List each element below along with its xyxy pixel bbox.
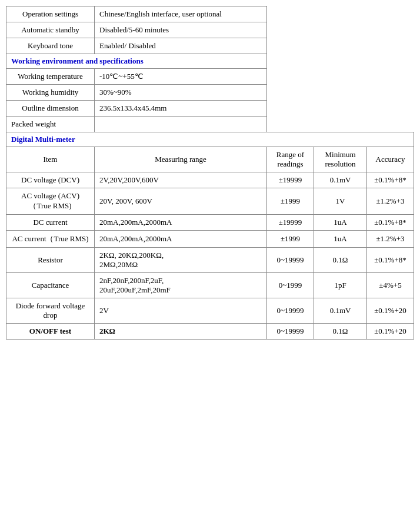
col-header-range: Measuring range bbox=[95, 147, 267, 172]
section-header-row: Digital Multi-meter bbox=[6, 132, 414, 147]
table-row: Keyboard tone Enabled/ Disabled bbox=[6, 38, 414, 54]
label-outline-dimension: Outline dimension bbox=[6, 101, 95, 117]
table-row: Packed weight bbox=[6, 117, 414, 132]
range-dc-current: 20mA,200mA,2000mA bbox=[95, 215, 267, 231]
value-working-humidity: 30%~90% bbox=[95, 85, 267, 101]
range-ac-current: 20mA,200mA,2000mA bbox=[95, 231, 267, 248]
section-header-row: Working environment and specifications bbox=[6, 54, 414, 69]
readings-diode: 0~19999 bbox=[267, 298, 314, 324]
col-header-readings: Range of readings bbox=[267, 147, 314, 172]
range-capacitance: 2nF,20nF,200nF,2uF, 20uF,200uF,2mF,20mF bbox=[95, 273, 267, 298]
col-header-row: Item Measuring range Range of readings M… bbox=[6, 147, 414, 172]
minres-dc-current: 1uA bbox=[314, 215, 367, 231]
minres-dc-voltage: 0.1mV bbox=[314, 172, 367, 188]
value-operation-settings: Chinese/English interface, user optional bbox=[95, 6, 267, 22]
readings-dc-voltage: ±19999 bbox=[267, 172, 314, 188]
readings-onoff: 0~19999 bbox=[267, 324, 314, 340]
item-resistor: Resistor bbox=[6, 248, 95, 273]
col-header-accuracy: Accuracy bbox=[367, 147, 414, 172]
value-automatic-standby: Disabled/5-60 minutes bbox=[95, 22, 267, 38]
page: Operation settings Chinese/English inter… bbox=[0, 0, 420, 345]
minres-ac-current: 1uA bbox=[314, 231, 367, 248]
item-dc-current: DC current bbox=[6, 215, 95, 231]
range-dc-voltage: 2V,20V,200V,600V bbox=[95, 172, 267, 188]
item-ac-current: AC current（True RMS) bbox=[6, 231, 95, 248]
readings-resistor: 0~19999 bbox=[267, 248, 314, 273]
range-ac-voltage: 20V, 200V, 600V bbox=[95, 188, 267, 215]
table-row: Diode forward voltage drop 2V 0~19999 0.… bbox=[6, 298, 414, 324]
range-diode: 2V bbox=[95, 298, 267, 324]
table-row: Operation settings Chinese/English inter… bbox=[6, 6, 414, 22]
working-env-header: Working environment and specifications bbox=[6, 54, 267, 69]
minres-diode: 0.1mV bbox=[314, 298, 367, 324]
table-row: Working humidity 30%~90% bbox=[6, 85, 414, 101]
table-row: DC current 20mA,200mA,2000mA ±19999 1uA … bbox=[6, 215, 414, 231]
readings-ac-current: ±1999 bbox=[267, 231, 314, 248]
item-capacitance: Capacitance bbox=[6, 273, 95, 298]
multimeter-header: Digital Multi-meter bbox=[6, 132, 414, 147]
label-keyboard-tone: Keyboard tone bbox=[6, 38, 95, 54]
readings-dc-current: ±19999 bbox=[267, 215, 314, 231]
label-working-humidity: Working humidity bbox=[6, 85, 95, 101]
range-onoff: 2KΩ bbox=[95, 324, 267, 340]
table-row: Automatic standby Disabled/5-60 minutes bbox=[6, 22, 414, 38]
table-row: AC voltage (ACV) （True RMS) 20V, 200V, 6… bbox=[6, 188, 414, 215]
main-table: Operation settings Chinese/English inter… bbox=[6, 6, 414, 340]
value-outline-dimension: 236.5x133.4x45.4mm bbox=[95, 101, 267, 117]
readings-capacitance: 0~1999 bbox=[267, 273, 314, 298]
table-row: ON/OFF test 2KΩ 0~19999 0.1Ω ±0.1%+20 bbox=[6, 324, 414, 340]
accuracy-dc-current: ±0.1%+8* bbox=[367, 215, 414, 231]
accuracy-ac-voltage: ±1.2%+3 bbox=[367, 188, 414, 215]
accuracy-capacitance: ±4%+5 bbox=[367, 273, 414, 298]
table-row: DC voltage (DCV) 2V,20V,200V,600V ±19999… bbox=[6, 172, 414, 188]
value-working-temp: -10℃~+55℃ bbox=[95, 69, 267, 85]
table-row: Working temperature -10℃~+55℃ bbox=[6, 69, 414, 85]
col-header-item: Item bbox=[6, 147, 95, 172]
readings-ac-voltage: ±1999 bbox=[267, 188, 314, 215]
accuracy-dc-voltage: ±0.1%+8* bbox=[367, 172, 414, 188]
item-onoff: ON/OFF test bbox=[6, 324, 95, 340]
label-automatic-standby: Automatic standby bbox=[6, 22, 95, 38]
value-packed-weight bbox=[95, 117, 267, 132]
accuracy-onoff: ±0.1%+20 bbox=[367, 324, 414, 340]
accuracy-ac-current: ±1.2%+3 bbox=[367, 231, 414, 248]
table-row: Capacitance 2nF,20nF,200nF,2uF, 20uF,200… bbox=[6, 273, 414, 298]
minres-capacitance: 1pF bbox=[314, 273, 367, 298]
table-row: Outline dimension 236.5x133.4x45.4mm bbox=[6, 101, 414, 117]
table-row: AC current（True RMS) 20mA,200mA,2000mA ±… bbox=[6, 231, 414, 248]
minres-ac-voltage: 1V bbox=[314, 188, 367, 215]
label-working-temp: Working temperature bbox=[6, 69, 95, 85]
label-operation-settings: Operation settings bbox=[6, 6, 95, 22]
minres-onoff: 0.1Ω bbox=[314, 324, 367, 340]
label-packed-weight: Packed weight bbox=[6, 117, 95, 132]
accuracy-resistor: ±0.1%+8* bbox=[367, 248, 414, 273]
item-diode: Diode forward voltage drop bbox=[6, 298, 95, 324]
range-resistor: 2KΩ, 20KΩ,200KΩ, 2MΩ,20MΩ bbox=[95, 248, 267, 273]
value-keyboard-tone: Enabled/ Disabled bbox=[95, 38, 267, 54]
accuracy-diode: ±0.1%+20 bbox=[367, 298, 414, 324]
col-header-min-res: Minimum resolution bbox=[314, 147, 367, 172]
item-dc-voltage: DC voltage (DCV) bbox=[6, 172, 95, 188]
table-row: Resistor 2KΩ, 20KΩ,200KΩ, 2MΩ,20MΩ 0~199… bbox=[6, 248, 414, 273]
item-ac-voltage: AC voltage (ACV) （True RMS) bbox=[6, 188, 95, 215]
minres-resistor: 0.1Ω bbox=[314, 248, 367, 273]
